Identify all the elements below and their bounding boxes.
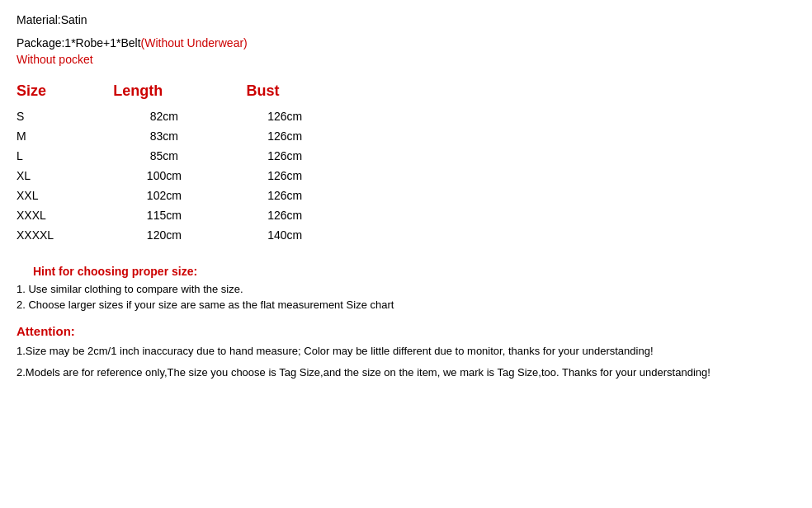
table-row: S82cm126cm [17, 106, 330, 126]
cell-size: XXL [17, 186, 88, 205]
package-prefix: Package:1*Robe+1*Belt [17, 36, 141, 49]
cell-bust: 126cm [221, 186, 330, 205]
cell-bust: 140cm [221, 225, 330, 245]
cell-length: 85cm [88, 146, 221, 166]
cell-bust: 126cm [221, 126, 330, 146]
cell-size: XXXXL [17, 225, 88, 245]
col-header-bust: Bust [221, 79, 330, 106]
cell-length: 102cm [88, 186, 221, 205]
cell-bust: 126cm [221, 166, 330, 186]
attention-title: Attention: [17, 324, 795, 338]
hint-item-2: 2. Choose larger sizes if your size are … [17, 299, 795, 311]
cell-size: XL [17, 166, 88, 186]
hint-title: Hint for choosing proper size: [17, 265, 795, 278]
col-header-size: Size [17, 79, 88, 106]
table-row: XXL102cm126cm [17, 186, 330, 205]
cell-bust: 126cm [221, 146, 330, 166]
table-row: XXXL115cm126cm [17, 205, 330, 225]
table-row: M83cm126cm [17, 126, 330, 146]
package-line: Package:1*Robe+1*Belt(Without Underwear) [17, 36, 795, 49]
cell-length: 82cm [88, 106, 221, 126]
cell-length: 115cm [88, 205, 221, 225]
cell-length: 83cm [88, 126, 221, 146]
hint-section: Hint for choosing proper size: 1. Use si… [17, 265, 795, 311]
cell-length: 120cm [88, 225, 221, 245]
cell-bust: 126cm [221, 106, 330, 126]
table-row: L85cm126cm [17, 146, 330, 166]
cell-size: S [17, 106, 88, 126]
material-text: Material:Satin [17, 13, 87, 26]
table-row: XL100cm126cm [17, 166, 330, 186]
col-header-length: Length [88, 79, 221, 106]
hint-item-1: 1. Use similar clothing to compare with … [17, 283, 795, 295]
table-header-row: Size Length Bust [17, 79, 330, 106]
cell-bust: 126cm [221, 205, 330, 225]
cell-size: M [17, 126, 88, 146]
size-table: Size Length Bust S82cm126cmM83cm126cmL85… [17, 79, 330, 245]
attention-section: Attention: 1.Size may be 2cm/1 inch inac… [17, 324, 795, 380]
cell-size: XXXL [17, 205, 88, 225]
without-pocket: Without pocket [17, 53, 795, 66]
package-highlight: (Without Underwear) [141, 36, 248, 49]
table-row: XXXXL120cm140cm [17, 225, 330, 245]
cell-size: L [17, 146, 88, 166]
attention-item-1: 1.Size may be 2cm/1 inch inaccuracy due … [17, 343, 795, 360]
attention-item-2: 2.Models are for reference only,The size… [17, 365, 795, 381]
cell-length: 100cm [88, 166, 221, 186]
material-line: Material:Satin [17, 13, 795, 26]
